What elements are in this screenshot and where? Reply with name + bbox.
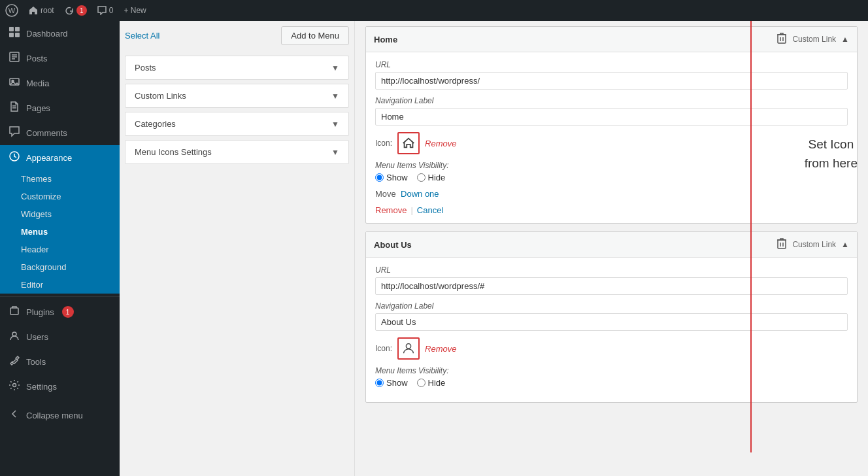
sidebar-item-header[interactable]: Header (0, 241, 120, 258)
sidebar-item-comments[interactable]: Comments (0, 120, 120, 145)
home-nav-label-label: Navigation Label (375, 96, 848, 105)
menu-card-about-us-title: About Us (374, 240, 412, 250)
home-visibility-label: Menu Items Visibility: (375, 161, 848, 170)
about-visibility-label: Menu Items Visibility: (375, 366, 848, 375)
tools-icon (8, 354, 21, 369)
home-visibility-row: Menu Items Visibility: Show Hide (375, 161, 848, 182)
sidebar-item-posts[interactable]: Posts (0, 46, 120, 71)
sidebar-item-customize[interactable]: Customize (0, 188, 120, 205)
about-icon-box[interactable] (397, 337, 420, 360)
trash-icon[interactable] (776, 237, 787, 252)
sidebar-collapse[interactable]: Collapse menu (0, 404, 120, 426)
collapse-label: Collapse menu (26, 411, 83, 420)
chevron-down-icon: ▼ (331, 63, 339, 73)
svg-rect-5 (15, 33, 20, 37)
home-cancel-link[interactable]: Cancel (417, 205, 443, 215)
home-remove-link[interactable]: Remove (375, 205, 407, 215)
svg-rect-3 (15, 27, 20, 31)
chevron-up-icon: ▲ (841, 240, 849, 249)
sidebar-item-media[interactable]: Media (0, 71, 120, 95)
move-down-one-link[interactable]: Down one (401, 189, 439, 199)
plugins-icon (8, 305, 21, 319)
accordion-categories-header[interactable]: Categories ▼ (125, 112, 348, 135)
accordion-menu-icons-settings: Menu Icons Settings ▼ (125, 140, 349, 164)
wp-logo[interactable]: W (5, 4, 18, 17)
topbar-home[interactable]: root (29, 6, 54, 15)
pages-icon (8, 101, 21, 115)
home-nav-label-input[interactable] (375, 108, 848, 126)
topbar: W root 1 0 + New (0, 0, 868, 21)
comments-icon (8, 126, 21, 140)
about-url-input[interactable] (375, 277, 848, 295)
menu-card-about-us-body: URL Navigation Label Icon: Remove (366, 258, 857, 402)
topbar-updates[interactable]: 1 (65, 5, 87, 16)
about-nav-label-input[interactable] (375, 313, 848, 331)
home-radio-group: Show Hide (375, 173, 848, 182)
add-to-menu-button[interactable]: Add to Menu (281, 26, 349, 45)
accordion-custom-links-header[interactable]: Custom Links ▼ (125, 84, 348, 107)
topbar-new[interactable]: + New (124, 6, 146, 15)
menu-card-home: Home Custom Link ▲ URL Na (365, 26, 858, 224)
select-all-link[interactable]: Select All (125, 31, 159, 41)
sidebar-item-tools[interactable]: Tools (0, 349, 120, 374)
home-type-label: Custom Link (792, 35, 836, 44)
sidebar-divider (0, 296, 120, 297)
home-move-row: Move Down one (375, 189, 848, 199)
left-panel: Select All Add to Menu Posts ▼ Custom Li… (120, 21, 355, 476)
chevron-down-icon: ▼ (331, 92, 339, 101)
sidebar-item-editor[interactable]: Editor (0, 276, 120, 294)
home-url-group: URL (375, 60, 848, 90)
about-nav-label-group: Navigation Label (375, 301, 848, 331)
home-icon-box[interactable] (397, 132, 420, 154)
home-hide-radio[interactable]: Hide (417, 173, 446, 182)
accordion-posts-header[interactable]: Posts ▼ (125, 56, 348, 79)
svg-rect-15 (10, 308, 18, 314)
menu-card-home-meta: Custom Link ▲ (776, 32, 849, 46)
chevron-down-icon: ▼ (331, 148, 339, 157)
menu-card-home-header: Home Custom Link ▲ (366, 27, 857, 52)
sidebar-item-widgets[interactable]: Widgets (0, 205, 120, 223)
about-icon-remove[interactable]: Remove (425, 344, 456, 354)
appearance-icon (8, 150, 21, 165)
about-hide-radio[interactable]: Hide (417, 378, 446, 388)
sidebar-item-settings[interactable]: Settings (0, 374, 120, 399)
home-icon-row: Icon: Remove (375, 132, 848, 154)
sidebar-item-label: Pages (26, 103, 50, 113)
sidebar-item-appearance[interactable]: Appearance (0, 145, 120, 170)
accordion-custom-links: Custom Links ▼ (125, 84, 349, 108)
svg-point-18 (12, 332, 16, 336)
about-nav-label-label: Navigation Label (375, 301, 848, 311)
menu-card-about-us-meta: Custom Link ▲ (776, 237, 849, 252)
sidebar-item-dashboard[interactable]: Dashboard (0, 21, 120, 46)
chevron-up-icon: ▲ (841, 35, 849, 44)
svg-rect-4 (9, 33, 14, 37)
collapse-icon (8, 409, 21, 421)
sidebar-item-users[interactable]: Users (0, 324, 120, 349)
menu-card-home-body: URL Navigation Label Icon: Remove (366, 52, 857, 223)
trash-icon[interactable] (776, 32, 787, 46)
home-url-input[interactable] (375, 72, 848, 90)
sidebar-item-label: Comments (26, 128, 67, 138)
home-nav-label-group: Navigation Label (375, 96, 848, 126)
users-icon (8, 330, 21, 344)
chevron-down-icon: ▼ (331, 120, 339, 129)
home-icon-remove[interactable]: Remove (425, 139, 456, 148)
about-icon-label: Icon: (375, 344, 392, 353)
appearance-submenu: Themes Customize Widgets Menus Header Ba… (0, 170, 120, 294)
sidebar-item-themes[interactable]: Themes (0, 170, 120, 188)
sidebar-item-plugins[interactable]: Plugins 1 (0, 299, 120, 324)
home-show-radio[interactable]: Show (375, 173, 408, 182)
accordion-menu-icons-settings-header[interactable]: Menu Icons Settings ▼ (125, 141, 348, 163)
sidebar-item-background[interactable]: Background (0, 258, 120, 276)
action-separator: | (410, 205, 412, 215)
sidebar-item-menus[interactable]: Menus (0, 223, 120, 241)
sidebar-item-pages[interactable]: Pages (0, 95, 120, 120)
svg-rect-23 (778, 240, 786, 248)
sidebar-item-label: Media (26, 78, 49, 88)
accordion-list: Posts ▼ Custom Links ▼ Categories ▼ (120, 50, 354, 173)
about-show-radio[interactable]: Show (375, 378, 408, 388)
sidebar-item-label: Settings (26, 382, 57, 392)
sidebar-item-label: Posts (26, 54, 48, 63)
about-icon-row: Icon: Remove (375, 337, 848, 360)
topbar-comments[interactable]: 0 (97, 6, 114, 15)
